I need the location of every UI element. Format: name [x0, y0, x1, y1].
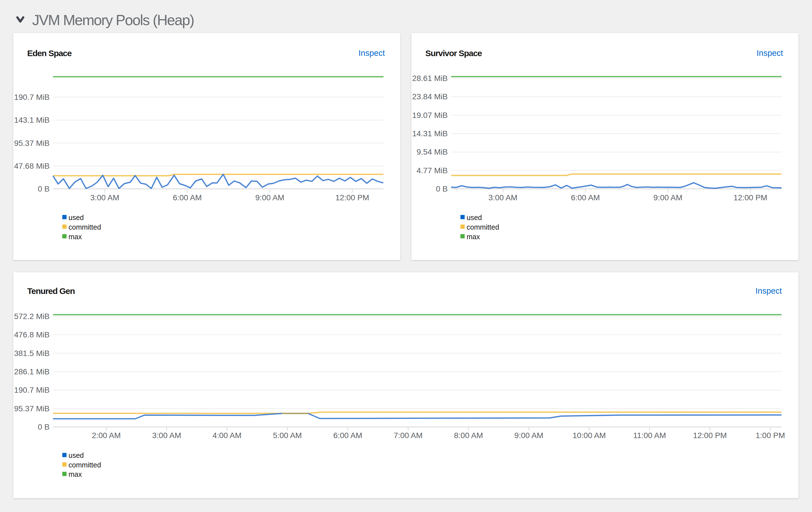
svg-text:12:00 PM: 12:00 PM: [336, 193, 369, 202]
svg-text:28.61 MiB: 28.61 MiB: [412, 74, 448, 83]
svg-text:max: max: [68, 233, 82, 240]
svg-text:2:00 AM: 2:00 AM: [92, 431, 121, 440]
svg-text:190.7 MiB: 190.7 MiB: [14, 386, 50, 394]
svg-text:9:00 AM: 9:00 AM: [654, 193, 683, 202]
svg-text:95.37 MiB: 95.37 MiB: [14, 404, 50, 413]
svg-text:max: max: [467, 233, 480, 240]
svg-text:4:00 AM: 4:00 AM: [212, 431, 242, 440]
svg-text:4.77 MiB: 4.77 MiB: [417, 166, 448, 175]
svg-text:Inspect: Inspect: [756, 286, 782, 295]
svg-text:3:00 AM: 3:00 AM: [488, 193, 517, 202]
svg-text:used: used: [467, 214, 482, 222]
svg-text:11:00 AM: 11:00 AM: [633, 431, 666, 440]
svg-text:12:00 PM: 12:00 PM: [693, 431, 727, 440]
svg-text:0 B: 0 B: [38, 423, 50, 431]
svg-text:committed: committed: [467, 223, 499, 231]
svg-text:476.8 MiB: 476.8 MiB: [14, 330, 50, 339]
svg-text:Inspect: Inspect: [359, 49, 385, 58]
svg-text:95.37 MiB: 95.37 MiB: [14, 139, 50, 147]
svg-text:23.84 MiB: 23.84 MiB: [412, 92, 448, 101]
svg-text:3:00 AM: 3:00 AM: [90, 193, 119, 202]
svg-text:1:00 PM: 1:00 PM: [756, 431, 785, 440]
svg-text:used: used: [68, 214, 84, 222]
svg-text:6:00 AM: 6:00 AM: [333, 431, 362, 440]
svg-text:5:00 AM: 5:00 AM: [273, 431, 302, 440]
svg-text:6:00 AM: 6:00 AM: [571, 193, 600, 202]
svg-text:286.1 MiB: 286.1 MiB: [14, 367, 50, 376]
svg-text:12:00 PM: 12:00 PM: [734, 193, 767, 202]
svg-text:Eden Space: Eden Space: [27, 49, 72, 58]
svg-text:Tenured Gen: Tenured Gen: [27, 286, 75, 296]
svg-text:381.5 MiB: 381.5 MiB: [14, 349, 50, 358]
svg-text:6:00 AM: 6:00 AM: [173, 193, 202, 202]
svg-text:committed: committed: [68, 223, 101, 231]
svg-text:0 B: 0 B: [38, 184, 50, 193]
svg-text:572.2 MiB: 572.2 MiB: [14, 312, 50, 321]
svg-text:10:00 AM: 10:00 AM: [573, 431, 606, 440]
svg-text:47.68 MiB: 47.68 MiB: [14, 162, 50, 170]
svg-text:used: used: [68, 451, 84, 459]
svg-text:7:00 AM: 7:00 AM: [394, 431, 423, 440]
svg-text:9:00 AM: 9:00 AM: [514, 431, 543, 440]
svg-text:19.07 MiB: 19.07 MiB: [412, 111, 448, 120]
svg-text:190.7 MiB: 190.7 MiB: [14, 93, 50, 102]
svg-text:14.31 MiB: 14.31 MiB: [412, 129, 448, 138]
svg-text:max: max: [68, 470, 82, 478]
svg-text:0 B: 0 B: [436, 184, 448, 193]
svg-text:9.54 MiB: 9.54 MiB: [417, 147, 448, 156]
svg-text:Inspect: Inspect: [757, 49, 783, 58]
svg-text:9:00 AM: 9:00 AM: [256, 193, 285, 202]
svg-text:3:00 AM: 3:00 AM: [152, 431, 181, 440]
svg-text:143.1 MiB: 143.1 MiB: [14, 116, 50, 124]
svg-text:committed: committed: [68, 461, 101, 469]
svg-text:Survivor Space: Survivor Space: [426, 49, 482, 58]
svg-text:8:00 AM: 8:00 AM: [454, 431, 483, 440]
